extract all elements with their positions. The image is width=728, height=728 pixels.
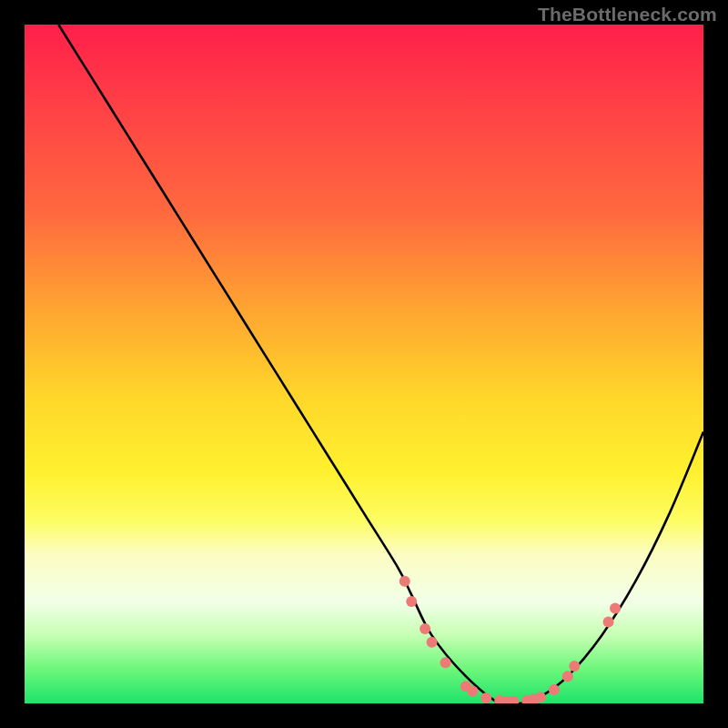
chart-container: TheBottleneck.com [0, 0, 728, 728]
heatmap-background [25, 25, 703, 703]
watermark-text: TheBottleneck.com [538, 4, 717, 25]
plot-area [25, 25, 703, 703]
